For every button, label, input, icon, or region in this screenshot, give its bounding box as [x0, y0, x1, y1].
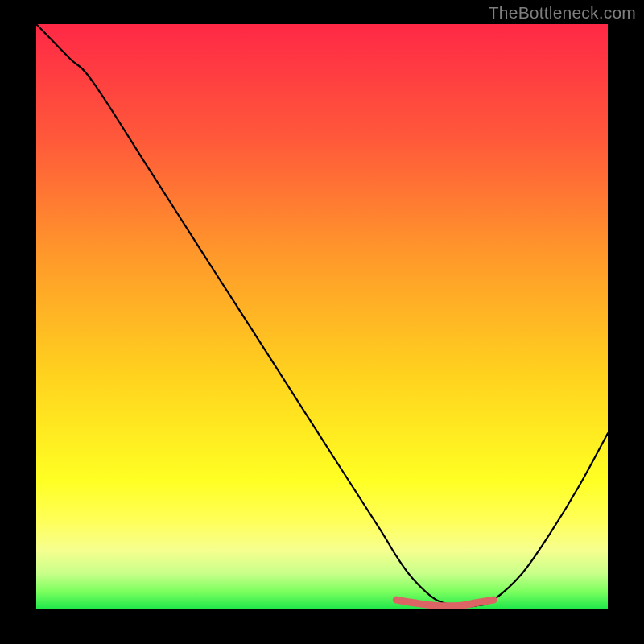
gradient-background [36, 24, 608, 609]
watermark-text: TheBottleneck.com [489, 3, 636, 23]
plot-area [36, 24, 608, 609]
chart-stage: TheBottleneck.com [0, 0, 644, 644]
chart-svg [36, 24, 608, 609]
